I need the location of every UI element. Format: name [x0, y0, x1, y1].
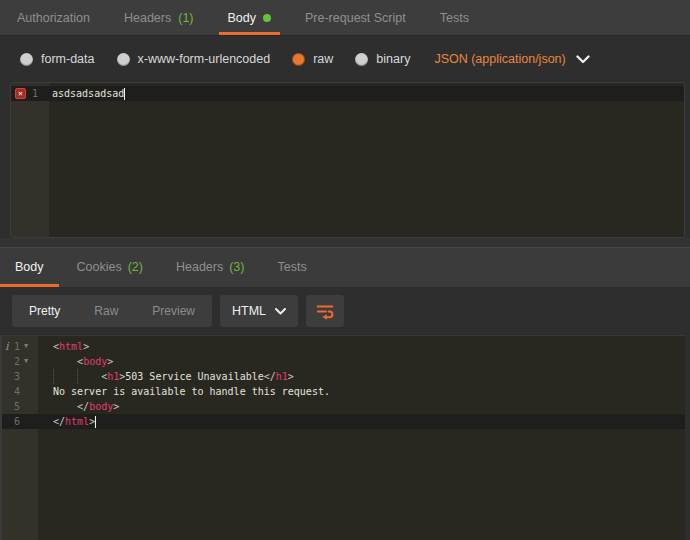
- code-token: >: [83, 339, 89, 354]
- radio-label: raw: [313, 52, 333, 66]
- chevron-down-icon: [576, 55, 590, 64]
- code-token: >: [113, 399, 119, 414]
- code-token: html: [65, 414, 89, 429]
- radio-circle-icon: [20, 53, 33, 66]
- gutter-cell: 4: [2, 384, 38, 399]
- tab-tests[interactable]: Tests: [425, 0, 484, 35]
- line-number: 4: [12, 384, 20, 399]
- code-token: [53, 354, 77, 369]
- gutter-cell: 3: [2, 369, 38, 384]
- pane-divider[interactable]: [0, 238, 690, 247]
- response-body-viewer[interactable]: i1▼<html>2▼ <body>3 <h1>503 Service Unav…: [0, 335, 685, 540]
- code-token: 503 Service Unavailable: [125, 369, 263, 384]
- radio-raw[interactable]: raw: [292, 52, 333, 66]
- response-tab-tests[interactable]: Tests: [262, 247, 321, 287]
- code-token: body: [89, 399, 113, 414]
- tab-label: Authorization: [17, 11, 90, 25]
- code-token: h1: [276, 369, 288, 384]
- code-token: No server is available to handle this re…: [53, 384, 330, 399]
- unsaved-dot-icon: [263, 14, 271, 22]
- line-number: 2: [12, 354, 20, 369]
- code-line[interactable]: ✕1asdsadsadsad: [11, 86, 684, 101]
- tab-label: Headers: [124, 11, 171, 25]
- chevron-down-icon: [275, 308, 286, 315]
- view-mode-group: PrettyRawPreview: [12, 295, 212, 327]
- code-token: body: [83, 354, 107, 369]
- tab-pre-request-script[interactable]: Pre-request Script: [290, 0, 421, 35]
- code-content: <body>: [38, 354, 685, 369]
- response-tab-body[interactable]: Body: [0, 247, 59, 287]
- tab-authorization[interactable]: Authorization: [2, 0, 105, 35]
- fold-arrow-icon[interactable]: ▼: [20, 339, 32, 354]
- code-token: html: [59, 339, 83, 354]
- radio-circle-icon: [292, 53, 305, 66]
- radio-binary[interactable]: binary: [355, 52, 410, 66]
- code-line[interactable]: i1▼<html>: [2, 339, 685, 354]
- response-toolbar: PrettyRawPreview HTML: [0, 287, 690, 335]
- view-mode-preview[interactable]: Preview: [135, 295, 212, 327]
- tab-label: Tests: [277, 260, 306, 274]
- radio-label: form-data: [41, 52, 95, 66]
- fold-arrow-icon[interactable]: ▼: [20, 354, 32, 369]
- request-body-editor[interactable]: ✕1asdsadsadsad: [10, 82, 685, 238]
- text-cursor: [95, 416, 96, 428]
- radio-circle-icon: [117, 53, 130, 66]
- tab-label: Tests: [440, 11, 469, 25]
- body-type-bar: form-datax-www-form-urlencodedrawbinary …: [0, 36, 690, 82]
- tab-label: Headers: [176, 260, 223, 274]
- radio-circle-icon: [355, 53, 368, 66]
- editor-empty-area: [11, 101, 684, 237]
- gutter-cell: i1▼: [2, 339, 38, 354]
- content-type-label: JSON (application/json): [434, 52, 565, 66]
- tab-label: Body: [228, 11, 257, 25]
- gutter: [11, 101, 49, 237]
- tab-headers[interactable]: Headers(1): [109, 0, 209, 35]
- wrap-text-button[interactable]: [306, 295, 344, 327]
- code-line[interactable]: 3 <h1>503 Service Unavailable</h1>: [2, 369, 685, 384]
- code-token: </: [53, 414, 65, 429]
- code-line[interactable]: 4No server is available to handle this r…: [2, 384, 685, 399]
- tab-label: Pre-request Script: [305, 11, 406, 25]
- line-number: 5: [12, 399, 20, 414]
- tab-count-badge: (2): [128, 260, 143, 274]
- radio-label: x-www-form-urlencoded: [138, 52, 271, 66]
- code-area: [49, 101, 684, 237]
- tab-label: Cookies: [77, 260, 122, 274]
- indent-guide: [53, 369, 54, 384]
- language-label: HTML: [232, 304, 266, 318]
- code-line[interactable]: 2▼ <body>: [2, 354, 685, 369]
- gutter-cell: 2▼: [2, 354, 38, 369]
- content-type-dropdown[interactable]: JSON (application/json): [434, 52, 589, 66]
- code-content: <h1>503 Service Unavailable</h1>: [38, 369, 685, 384]
- code-content: asdsadsadsad: [49, 86, 684, 101]
- tab-count-badge: (1): [178, 11, 193, 25]
- code-token: h1: [107, 369, 119, 384]
- tab-body[interactable]: Body: [213, 0, 287, 35]
- code-area: [38, 429, 685, 540]
- line-number: 1: [12, 339, 20, 354]
- gutter-cell: ✕1: [11, 86, 49, 101]
- language-dropdown[interactable]: HTML: [220, 295, 298, 327]
- code-line[interactable]: 5 </body>: [2, 399, 685, 414]
- code-line[interactable]: 6</html>: [2, 414, 685, 429]
- code-content: No server is available to handle this re…: [38, 384, 685, 399]
- view-mode-raw[interactable]: Raw: [77, 295, 135, 327]
- gutter: [2, 429, 38, 540]
- response-section-tabs: BodyCookies(2)Headers(3)Tests: [0, 247, 690, 287]
- radio-form-data[interactable]: form-data: [20, 52, 95, 66]
- tab-count-badge: (3): [229, 260, 244, 274]
- radio-x-www-form-urlencoded[interactable]: x-www-form-urlencoded: [117, 52, 271, 66]
- indent-guide: [77, 369, 78, 384]
- code-token: >: [288, 369, 294, 384]
- response-tab-cookies[interactable]: Cookies(2): [62, 247, 158, 287]
- line-number: 3: [12, 369, 20, 384]
- code-content: <html>: [38, 339, 685, 354]
- line-number: 1: [32, 86, 38, 101]
- gutter-cell: 5: [2, 399, 38, 414]
- view-mode-pretty[interactable]: Pretty: [12, 295, 77, 327]
- code-token: </: [77, 399, 89, 414]
- code-token: </: [264, 369, 276, 384]
- code-token: [53, 399, 77, 414]
- code-token: asdsadsadsad: [52, 86, 124, 101]
- response-tab-headers[interactable]: Headers(3): [161, 247, 260, 287]
